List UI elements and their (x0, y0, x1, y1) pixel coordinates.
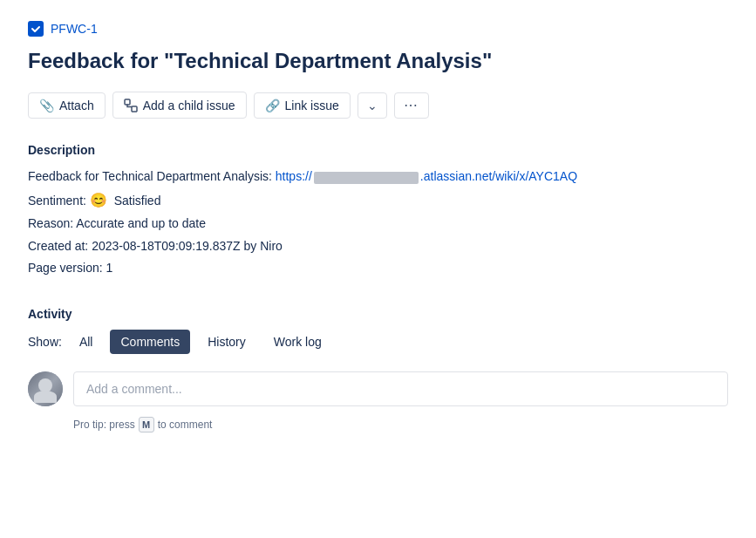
child-issue-icon (124, 98, 138, 112)
link-issue-button[interactable]: 🔗 Link issue (254, 92, 351, 119)
description-line-4: Created at: 2023-08-18T09:09:19.837Z by … (28, 235, 728, 257)
comment-input[interactable]: Add a comment... (73, 371, 728, 406)
page-version-value: 1 (106, 261, 113, 275)
created-label: Created at: (28, 239, 88, 253)
add-child-issue-label: Add a child issue (143, 99, 235, 112)
tab-comments[interactable]: Comments (110, 330, 190, 354)
attach-button[interactable]: 📎 Attach (28, 92, 106, 119)
description-prefix: Feedback for Technical Department Analys… (28, 169, 276, 183)
sentiment-label: Sentiment: (28, 194, 86, 208)
tab-all[interactable]: All (69, 330, 104, 354)
issue-checkbox-icon (28, 21, 44, 37)
tab-worklog[interactable]: Work log (263, 330, 332, 354)
pro-tip-suffix: to comment (158, 419, 213, 431)
pro-tip-prefix: Pro tip: press (73, 419, 135, 431)
svg-rect-0 (125, 99, 130, 105)
sentiment-emoji: 😊 (90, 193, 107, 208)
link-text-start: https:// (276, 169, 312, 183)
attach-label: Attach (59, 99, 94, 112)
blurred-url (314, 172, 419, 184)
description-section: Description Feedback for Technical Depar… (28, 143, 728, 279)
tab-history[interactable]: History (197, 330, 256, 354)
issue-id[interactable]: PFWC-1 (51, 22, 98, 36)
reason-value: Accurate and up to date (76, 216, 206, 230)
activity-label: Activity (28, 307, 728, 321)
dropdown-button[interactable]: ⌄ (358, 92, 387, 119)
key-badge: M (139, 417, 154, 432)
description-line-3: Reason: Accurate and up to date (28, 213, 728, 235)
page-version-label: Page version: (28, 261, 103, 275)
reason-label: Reason: (28, 216, 73, 230)
svg-rect-1 (132, 106, 137, 112)
description-line-5: Page version: 1 (28, 257, 728, 279)
activity-section: Activity Show: All Comments History Work… (28, 307, 728, 432)
more-actions-button[interactable]: ⋯ (394, 92, 429, 119)
created-value: 2023-08-18T09:09:19.837Z by Niro (92, 239, 283, 253)
description-label: Description (28, 143, 728, 157)
toolbar: 📎 Attach Add a child issue 🔗 Link issue … (28, 92, 728, 119)
activity-show-row: Show: All Comments History Work log (28, 330, 728, 354)
comment-row: Add a comment... (28, 371, 728, 406)
link-issue-label: Link issue (285, 99, 339, 112)
pro-tip: Pro tip: press M to comment (73, 417, 728, 432)
sentiment-value: Satisfied (114, 194, 161, 208)
link-text-end: .atlassian.net/wiki/x/AYC1AQ (420, 169, 577, 183)
description-link[interactable]: https://.atlassian.net/wiki/x/AYC1AQ (276, 169, 577, 183)
avatar-image (28, 371, 63, 406)
comment-placeholder: Add a comment... (86, 382, 182, 396)
description-line-1: Feedback for Technical Department Analys… (28, 166, 728, 187)
issue-id-row: PFWC-1 (28, 21, 728, 37)
description-line-2: Sentiment: 😊 Satisfied (28, 188, 728, 214)
add-child-issue-button[interactable]: Add a child issue (112, 92, 247, 119)
issue-title: Feedback for "Technical Department Analy… (28, 47, 728, 74)
show-label: Show: (28, 335, 62, 349)
link-icon: 🔗 (265, 99, 280, 112)
avatar (28, 371, 63, 406)
attach-icon: 📎 (39, 99, 54, 112)
